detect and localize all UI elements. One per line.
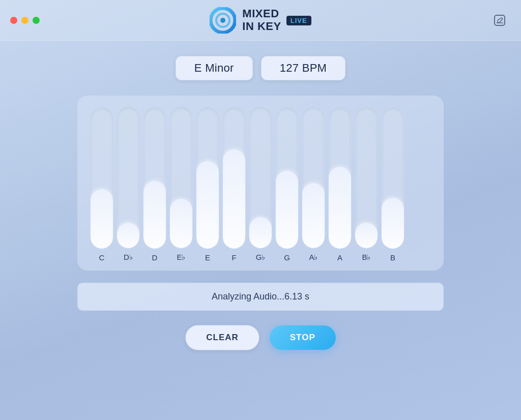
key-bpm-row: E Minor 127 BPM (176, 56, 346, 80)
maximize-button[interactable] (33, 17, 40, 24)
chroma-track-4 (196, 107, 219, 249)
analyzing-text: Analyzing Audio...6.13 s (212, 291, 309, 302)
chroma-fill-10 (355, 223, 378, 248)
title-bar: MIXEDIN KEY LIVE (0, 0, 521, 41)
buttons-row: CLEAR STOP (185, 325, 336, 350)
logo-brand: MIXEDIN KEY (242, 8, 281, 32)
chroma-fill-2 (143, 181, 166, 249)
chroma-track-9 (328, 107, 352, 249)
chroma-bar-11: B (381, 107, 404, 262)
chroma-track-7 (275, 107, 299, 249)
chroma-track-1 (117, 106, 140, 249)
chroma-label-0: C (99, 253, 105, 262)
edit-button[interactable] (490, 11, 509, 29)
status-container: Analyzing Audio...6.13 s (77, 283, 444, 311)
chroma-bar-6: G♭ (249, 106, 272, 262)
chroma-label-7: G (284, 253, 290, 262)
chroma-fill-4 (196, 161, 219, 249)
bpm-display: 127 BPM (261, 56, 346, 80)
chroma-label-1: D♭ (124, 253, 133, 262)
chroma-fill-1 (117, 223, 139, 248)
chroma-bar-9: A (328, 107, 352, 262)
chroma-label-4: E (205, 253, 210, 262)
chroma-label-6: G♭ (256, 253, 266, 262)
logo-live-badge: LIVE (286, 16, 311, 25)
chroma-track-5 (222, 107, 246, 249)
chromagram: CD♭DE♭EFG♭GA♭AB♭B (77, 96, 444, 271)
chroma-bar-5: F (222, 107, 246, 262)
chroma-fill-8 (302, 183, 325, 248)
main-content: E Minor 127 BPM CD♭DE♭EFG♭GA♭AB♭B Analyz… (0, 41, 521, 420)
chroma-bar-10: B♭ (355, 106, 378, 262)
chroma-track-0 (90, 107, 113, 249)
chroma-bar-7: G (275, 107, 299, 262)
chroma-bar-8: A♭ (302, 106, 325, 262)
chroma-bar-0: C (90, 107, 113, 262)
edit-icon (493, 14, 506, 27)
chroma-track-2 (143, 107, 166, 249)
chroma-track-6 (249, 106, 272, 249)
chroma-track-8 (302, 106, 325, 249)
chroma-track-11 (381, 107, 404, 249)
logo-icon (210, 7, 236, 34)
chroma-fill-6 (249, 217, 272, 248)
chroma-label-10: B♭ (362, 253, 370, 262)
chroma-fill-5 (223, 149, 245, 249)
svg-point-2 (220, 18, 225, 23)
chroma-label-2: D (152, 253, 158, 262)
chroma-fill-11 (382, 198, 404, 249)
chroma-fill-9 (329, 167, 351, 249)
key-display: E Minor (176, 56, 253, 80)
chroma-label-11: B (390, 253, 395, 262)
chroma-fill-0 (91, 189, 113, 249)
svg-rect-3 (495, 15, 505, 25)
logo: MIXEDIN KEY LIVE (210, 7, 311, 34)
stop-button[interactable]: STOP (270, 325, 336, 350)
chroma-track-3 (169, 106, 193, 249)
chroma-label-9: A (337, 253, 342, 262)
chroma-fill-7 (276, 171, 298, 249)
chroma-fill-3 (170, 199, 192, 248)
logo-text: MIXEDIN KEY LIVE (242, 8, 311, 32)
window-controls (10, 17, 40, 24)
chroma-bar-1: D♭ (117, 106, 140, 262)
chroma-bar-3: E♭ (169, 106, 193, 262)
close-button[interactable] (10, 17, 17, 24)
chroma-bar-2: D (143, 107, 166, 262)
chroma-label-8: A♭ (309, 253, 317, 262)
minimize-button[interactable] (21, 17, 28, 24)
chroma-label-5: F (231, 253, 236, 262)
chroma-bar-4: E (196, 107, 219, 262)
clear-button[interactable]: CLEAR (185, 325, 259, 350)
chroma-track-10 (355, 106, 378, 249)
chroma-label-3: E♭ (177, 253, 185, 262)
